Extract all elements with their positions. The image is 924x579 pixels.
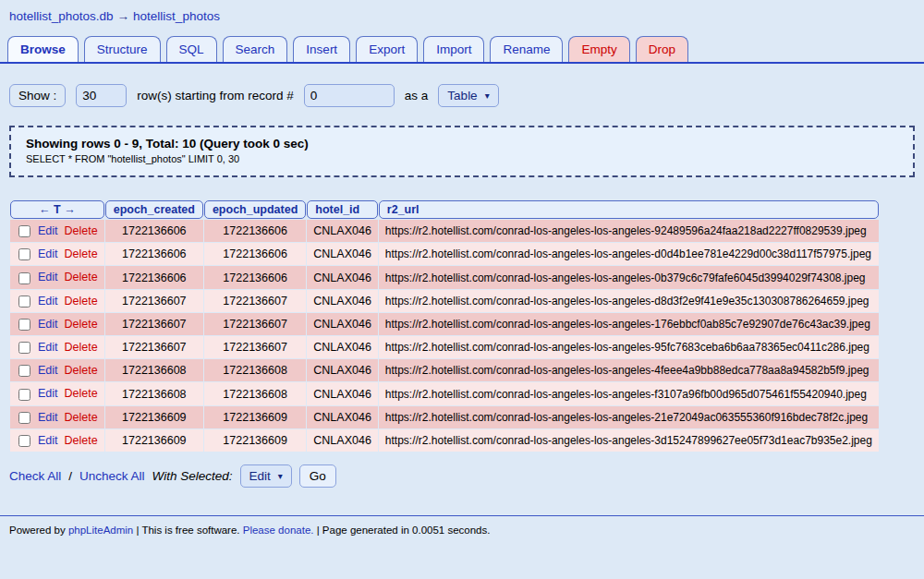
edit-link[interactable]: Edit bbox=[38, 411, 58, 424]
column-header-r2-url[interactable]: r2_url bbox=[379, 200, 879, 219]
browse-controls: Show : row(s) starting from record # as … bbox=[9, 84, 915, 107]
column-header-hotel-id[interactable]: hotel_id bbox=[307, 200, 378, 219]
cell-epoch_created: 1722136609 bbox=[105, 429, 203, 452]
cell-hotel_id: CNLAX046 bbox=[307, 406, 378, 428]
delete-link[interactable]: Delete bbox=[65, 387, 98, 400]
row-select-checkbox[interactable] bbox=[18, 435, 30, 447]
breadcrumb-db-link[interactable]: hotellist_photos.db bbox=[9, 9, 114, 23]
with-selected-select[interactable]: Edit ▾ bbox=[240, 464, 292, 488]
tab-sql[interactable]: SQL bbox=[166, 36, 217, 62]
cell-r2_url: https://r2.hotellist.com/conrad-los-ange… bbox=[379, 429, 879, 452]
rows-count-input[interactable] bbox=[76, 84, 127, 107]
delete-link[interactable]: Delete bbox=[65, 271, 98, 283]
edit-link[interactable]: Edit bbox=[38, 341, 58, 354]
phpliteadmin-link[interactable]: phpLiteAdmin bbox=[68, 525, 133, 536]
view-select[interactable]: Table ▾ bbox=[438, 84, 498, 107]
edit-link[interactable]: Edit bbox=[38, 387, 58, 400]
edit-link[interactable]: Edit bbox=[38, 271, 58, 283]
breadcrumb-table-link[interactable]: hotellist_photos bbox=[133, 9, 220, 23]
table-row: EditDelete17221366091722136609CNLAX046ht… bbox=[10, 406, 879, 428]
tab-structure[interactable]: Structure bbox=[84, 36, 161, 62]
row-actions-cell: EditDelete bbox=[10, 220, 104, 242]
tab-export[interactable]: Export bbox=[356, 36, 418, 62]
column-header-epoch-created[interactable]: epoch_created bbox=[105, 200, 203, 219]
edit-link[interactable]: Edit bbox=[38, 318, 58, 331]
tab-empty[interactable]: Empty bbox=[568, 36, 629, 62]
tab-insert[interactable]: Insert bbox=[293, 36, 350, 62]
column-shift-header[interactable]: ← T → bbox=[10, 200, 104, 219]
row-select-checkbox[interactable] bbox=[18, 225, 30, 237]
table-row: EditDelete17221366081722136608CNLAX046ht… bbox=[10, 382, 879, 404]
row-select-checkbox[interactable] bbox=[18, 342, 30, 354]
row-actions-cell: EditDelete bbox=[10, 429, 104, 452]
uncheck-all-link[interactable]: Uncheck All bbox=[79, 469, 145, 483]
cell-hotel_id: CNLAX046 bbox=[307, 359, 378, 381]
delete-link[interactable]: Delete bbox=[65, 295, 98, 308]
row-actions-cell: EditDelete bbox=[10, 406, 104, 428]
cell-epoch_created: 1722136606 bbox=[105, 243, 203, 265]
cell-epoch_updated: 1722136607 bbox=[204, 336, 306, 358]
go-button[interactable]: Go bbox=[299, 464, 336, 488]
delete-link[interactable]: Delete bbox=[65, 364, 98, 377]
cell-epoch_created: 1722136606 bbox=[105, 266, 203, 288]
query-summary: Showing rows 0 - 9, Total: 10 (Query too… bbox=[26, 137, 898, 151]
start-record-input[interactable] bbox=[304, 84, 395, 107]
cell-r2_url: https://r2.hotellist.com/conrad-los-ange… bbox=[379, 359, 879, 381]
query-box: Showing rows 0 - 9, Total: 10 (Query too… bbox=[9, 126, 915, 177]
cell-r2_url: https://r2.hotellist.com/conrad-los-ange… bbox=[379, 406, 879, 428]
edit-link[interactable]: Edit bbox=[38, 434, 58, 447]
delete-link[interactable]: Delete bbox=[65, 434, 98, 447]
rows-starting-text: row(s) starting from record # bbox=[137, 89, 294, 103]
chevron-down-icon: ▾ bbox=[278, 471, 283, 481]
row-select-checkbox[interactable] bbox=[18, 319, 30, 331]
tab-search[interactable]: Search bbox=[223, 36, 288, 62]
cell-epoch_created: 1722136607 bbox=[105, 290, 203, 312]
table-row: EditDelete17221366071722136607CNLAX046ht… bbox=[10, 290, 879, 312]
table-row: EditDelete17221366071722136607CNLAX046ht… bbox=[10, 336, 879, 358]
footer-powered-text: Powered by bbox=[9, 525, 66, 536]
cell-epoch_created: 1722136608 bbox=[105, 359, 203, 381]
show-button[interactable]: Show : bbox=[9, 84, 66, 107]
with-selected-controls: Check All / Uncheck All With Selected: E… bbox=[9, 464, 915, 488]
check-separator: / bbox=[68, 469, 72, 483]
row-select-checkbox[interactable] bbox=[18, 389, 30, 401]
table-header-row: ← T → epoch_created epoch_updated hotel_… bbox=[10, 200, 879, 219]
table-row: EditDelete17221366061722136606CNLAX046ht… bbox=[10, 220, 879, 242]
row-actions-cell: EditDelete bbox=[10, 313, 104, 335]
view-select-value: Table bbox=[447, 89, 477, 103]
edit-link[interactable]: Edit bbox=[38, 295, 58, 308]
tab-rename[interactable]: Rename bbox=[490, 36, 563, 62]
edit-link[interactable]: Edit bbox=[38, 224, 58, 237]
cell-epoch_updated: 1722136609 bbox=[204, 406, 306, 428]
row-actions-cell: EditDelete bbox=[10, 359, 104, 381]
cell-epoch_updated: 1722136608 bbox=[204, 359, 306, 381]
row-select-checkbox[interactable] bbox=[18, 412, 30, 424]
main-content: Show : row(s) starting from record # as … bbox=[0, 84, 924, 488]
with-selected-value: Edit bbox=[249, 469, 271, 483]
delete-link[interactable]: Delete bbox=[65, 224, 98, 237]
edit-link[interactable]: Edit bbox=[38, 364, 58, 377]
cell-epoch_updated: 1722136606 bbox=[204, 220, 306, 242]
delete-link[interactable]: Delete bbox=[65, 341, 98, 354]
table-row: EditDelete17221366071722136607CNLAX046ht… bbox=[10, 313, 879, 335]
row-actions-cell: EditDelete bbox=[10, 290, 104, 312]
tab-import[interactable]: Import bbox=[423, 36, 484, 62]
row-select-checkbox[interactable] bbox=[18, 272, 30, 284]
cell-epoch_created: 1722136609 bbox=[105, 406, 203, 428]
cell-epoch_created: 1722136606 bbox=[105, 220, 203, 242]
delete-link[interactable]: Delete bbox=[65, 247, 98, 260]
row-select-checkbox[interactable] bbox=[18, 248, 30, 260]
edit-link[interactable]: Edit bbox=[38, 247, 58, 260]
donate-link[interactable]: Please donate. bbox=[243, 525, 314, 536]
cell-epoch_updated: 1722136609 bbox=[204, 429, 306, 452]
cell-epoch_updated: 1722136606 bbox=[204, 266, 306, 288]
tab-drop[interactable]: Drop bbox=[636, 36, 688, 62]
delete-link[interactable]: Delete bbox=[65, 411, 98, 424]
column-header-epoch-updated[interactable]: epoch_updated bbox=[204, 200, 306, 219]
tab-browse[interactable]: Browse bbox=[7, 36, 79, 62]
row-select-checkbox[interactable] bbox=[18, 365, 30, 377]
row-select-checkbox[interactable] bbox=[18, 296, 30, 308]
check-all-link[interactable]: Check All bbox=[9, 469, 61, 483]
cell-hotel_id: CNLAX046 bbox=[307, 290, 378, 312]
delete-link[interactable]: Delete bbox=[65, 318, 98, 331]
